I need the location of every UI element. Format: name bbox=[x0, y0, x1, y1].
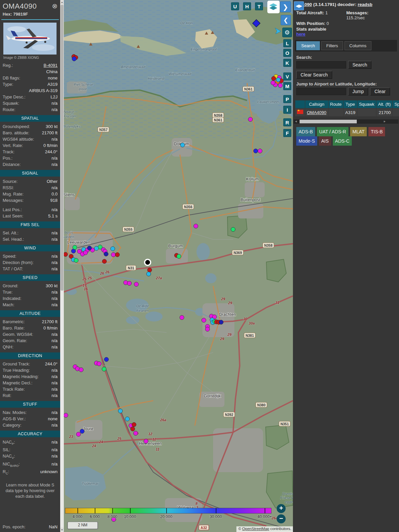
aircraft-dot[interactable] bbox=[219, 320, 223, 325]
hscroll-right-icon[interactable]: ► bbox=[382, 119, 387, 124]
column-header[interactable] bbox=[295, 100, 305, 108]
aircraft-dot[interactable] bbox=[102, 367, 106, 371]
table-hscrollbar[interactable]: ◄ ► bbox=[294, 119, 398, 124]
jump-clear-button[interactable]: Clear bbox=[370, 87, 390, 95]
aircraft-dot[interactable] bbox=[194, 224, 198, 228]
aircraft-dot[interactable] bbox=[271, 81, 275, 85]
legend-uat-ads-r[interactable]: UAT / ADS-R bbox=[317, 127, 348, 136]
scrollbar-thumb[interactable] bbox=[61, 5, 64, 291]
aircraft-dot[interactable] bbox=[97, 362, 101, 366]
jump-input[interactable] bbox=[296, 88, 346, 95]
aircraft-dot[interactable] bbox=[134, 431, 138, 436]
map-button-l[interactable]: L bbox=[283, 39, 291, 47]
column-header[interactable]: Squawk bbox=[357, 100, 376, 108]
tab-search[interactable]: Search bbox=[296, 41, 320, 50]
close-icon[interactable]: ⊗ bbox=[52, 3, 58, 9]
aircraft-dot[interactable] bbox=[64, 252, 68, 257]
column-header[interactable]: Alt. (ft) bbox=[376, 100, 392, 108]
map-button-f[interactable]: F bbox=[283, 129, 291, 137]
osm-link[interactable]: OpenStreetMap bbox=[242, 527, 269, 531]
search-input[interactable] bbox=[296, 61, 346, 68]
aircraft-dot[interactable] bbox=[94, 246, 99, 251]
table-cell[interactable] bbox=[329, 108, 343, 116]
selected-aircraft-dot[interactable] bbox=[145, 259, 151, 265]
aircraft-dot[interactable] bbox=[83, 251, 88, 255]
aircraft-dot[interactable] bbox=[132, 423, 136, 427]
aircraft-dot[interactable] bbox=[104, 252, 108, 256]
aircraft-dot[interactable] bbox=[278, 83, 283, 88]
table-cell[interactable]: A319 bbox=[343, 108, 357, 116]
aircraft-dot[interactable] bbox=[74, 258, 78, 263]
sidebar-scrollbar[interactable]: ▲ ▼ bbox=[60, 0, 64, 532]
aircraft-dot[interactable] bbox=[118, 409, 123, 413]
aircraft-dot[interactable] bbox=[180, 316, 184, 320]
flag-icon[interactable] bbox=[295, 108, 305, 116]
clear-search-button[interactable]: Clear Search bbox=[296, 71, 332, 79]
scroll-down-icon[interactable]: ▼ bbox=[60, 528, 64, 532]
table-cell[interactable] bbox=[393, 108, 399, 116]
aircraft-dot[interactable] bbox=[276, 78, 281, 82]
aircraft-photo[interactable] bbox=[3, 23, 57, 55]
legend-tis-b[interactable]: TIS-B bbox=[368, 127, 385, 136]
panel-nav-button[interactable]: ◀▶ bbox=[294, 1, 304, 10]
aircraft-dot[interactable] bbox=[144, 439, 148, 444]
hscroll-left-icon[interactable]: ◄ bbox=[294, 119, 298, 124]
scroll-up-icon[interactable]: ▲ bbox=[60, 0, 64, 4]
map-canvas[interactable]: DokkumKollumBuitenpostStiensBurgumDracht… bbox=[64, 0, 293, 532]
aircraft-dot[interactable] bbox=[73, 245, 77, 250]
panel-collapse-left-button[interactable]: ❮ bbox=[281, 15, 291, 25]
legend-ads-b[interactable]: ADS-B bbox=[296, 127, 315, 136]
panel-collapse-right-button[interactable]: ❯ bbox=[280, 1, 291, 12]
aircraft-dot[interactable] bbox=[181, 143, 185, 147]
aircraft-dot[interactable] bbox=[272, 76, 276, 81]
aircraft-dot[interactable] bbox=[80, 429, 84, 434]
zoom-in-button[interactable]: + bbox=[277, 504, 286, 513]
aircraft-dot[interactable] bbox=[87, 246, 92, 250]
aircraft-dot[interactable] bbox=[231, 227, 235, 232]
search-button[interactable]: Search bbox=[348, 61, 371, 69]
column-header[interactable]: Callsign bbox=[305, 100, 328, 108]
aircraft-dot[interactable] bbox=[79, 368, 83, 372]
map-button-k[interactable]: K bbox=[283, 59, 291, 67]
aircraft-dot[interactable] bbox=[258, 149, 262, 153]
map-button-i[interactable]: I bbox=[283, 106, 291, 114]
aircraft-dot[interactable] bbox=[104, 357, 109, 362]
aircraft-dot[interactable] bbox=[205, 327, 210, 332]
settings-button[interactable]: ⚙ bbox=[282, 28, 292, 37]
aircraft-dot[interactable] bbox=[64, 413, 68, 418]
legend-ais[interactable]: AIS bbox=[319, 136, 331, 146]
map-button-u[interactable]: U bbox=[231, 2, 239, 10]
layers-button[interactable] bbox=[267, 1, 280, 13]
hscroll-thumb[interactable] bbox=[300, 120, 357, 123]
column-header[interactable]: Sp bbox=[393, 100, 399, 108]
legend-mlat[interactable]: MLAT bbox=[350, 127, 367, 136]
zoom-out-button[interactable]: − bbox=[277, 514, 286, 523]
aircraft-dot[interactable] bbox=[147, 272, 151, 276]
legend-ads-c[interactable]: ADS-C bbox=[333, 136, 352, 146]
aircraft-dot[interactable] bbox=[76, 432, 81, 437]
aircraft-dot[interactable] bbox=[72, 57, 76, 61]
map-button-t[interactable]: T bbox=[255, 2, 263, 10]
jump-button[interactable]: Jump bbox=[348, 87, 368, 95]
callsign-cell[interactable]: OMA4090 bbox=[305, 108, 328, 116]
aircraft-dot[interactable] bbox=[131, 427, 135, 431]
aircraft-dot[interactable] bbox=[125, 417, 130, 421]
legend-mode-s[interactable]: Mode-S bbox=[296, 136, 317, 146]
map-button-o[interactable]: O bbox=[283, 49, 291, 57]
aircraft-dot[interactable] bbox=[202, 318, 206, 323]
aircraft-dot[interactable] bbox=[127, 281, 132, 286]
aircraft-dot[interactable] bbox=[111, 253, 116, 257]
column-header[interactable]: Route bbox=[329, 100, 343, 108]
table-cell[interactable] bbox=[357, 108, 376, 116]
aircraft-dot[interactable] bbox=[111, 247, 115, 251]
tab-filters[interactable]: Filters bbox=[321, 41, 343, 50]
aircraft-dot[interactable] bbox=[102, 259, 107, 264]
aircraft-dot[interactable] bbox=[134, 282, 139, 287]
aircraft-dot[interactable] bbox=[177, 254, 181, 259]
map-button-h[interactable]: H bbox=[243, 2, 251, 10]
map-button-r[interactable]: R bbox=[283, 118, 291, 126]
aircraft-dot[interactable] bbox=[148, 268, 152, 272]
readsb-link[interactable]: readsb bbox=[358, 2, 372, 7]
table-cell[interactable]: 21700 bbox=[376, 108, 392, 116]
map-button-v[interactable]: V bbox=[283, 72, 291, 80]
